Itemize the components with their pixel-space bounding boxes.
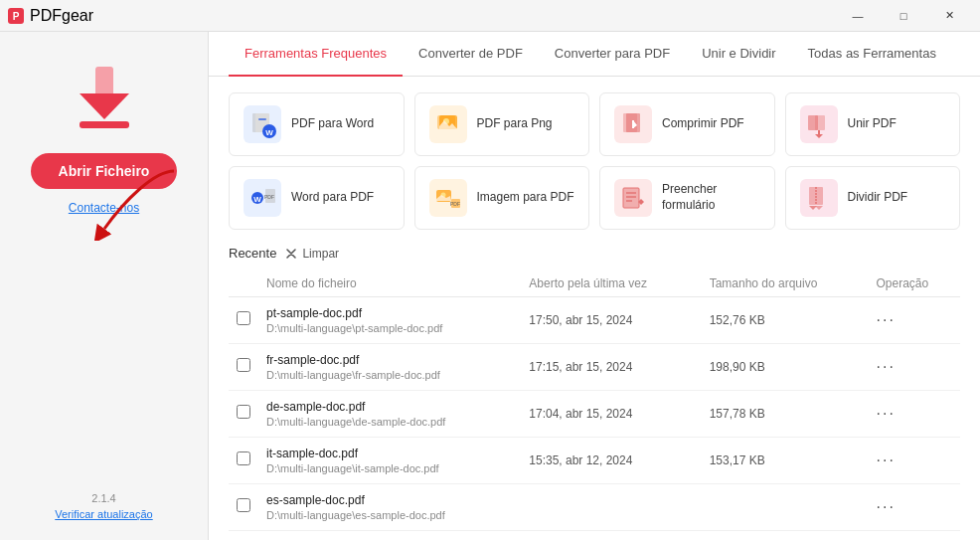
file-date: 17:50, abr 15, 2024 bbox=[521, 297, 701, 344]
clear-button[interactable]: Limpar bbox=[284, 247, 339, 261]
file-date bbox=[521, 484, 701, 531]
file-name: es-sample-doc.pdf bbox=[266, 493, 513, 507]
file-table: Nome do ficheiro Aberto pela última vez … bbox=[229, 270, 960, 531]
clear-icon bbox=[284, 247, 298, 261]
pdf-png-icon bbox=[429, 105, 467, 143]
compress-pdf-icon bbox=[614, 105, 652, 143]
file-checkbox[interactable] bbox=[237, 311, 250, 325]
file-actions-menu[interactable]: ··· bbox=[869, 297, 960, 344]
file-name: pt-sample-doc.pdf bbox=[266, 306, 513, 320]
file-path: D:\multi-language\fr-sample-doc.pdf bbox=[266, 369, 513, 381]
title-bar-left: P PDFgear bbox=[8, 7, 93, 25]
clear-label: Limpar bbox=[302, 247, 339, 261]
window-controls: — □ ✕ bbox=[835, 0, 972, 32]
title-bar: P PDFgear — □ ✕ bbox=[0, 0, 980, 32]
version-label: 2.1.4 bbox=[91, 492, 115, 504]
th-size: Tamanho do arquivo bbox=[702, 270, 869, 297]
tool-split-pdf[interactable]: Dividir PDF bbox=[785, 166, 961, 230]
file-name: it-sample-doc.pdf bbox=[266, 447, 513, 460]
file-date: 17:15, abr 15, 2024 bbox=[521, 344, 701, 391]
svg-rect-39 bbox=[623, 188, 639, 208]
file-size: 152,76 KB bbox=[702, 297, 869, 344]
unite-pdf-icon bbox=[800, 105, 838, 143]
split-pdf-label: Dividir PDF bbox=[848, 190, 908, 206]
image-pdf-label: Imagem para PDF bbox=[477, 190, 574, 206]
sidebar-bottom: 2.1.4 Verificar atualização bbox=[20, 492, 188, 520]
tabs-bar: Ferramentas Frequentes Converter de PDF … bbox=[209, 32, 980, 77]
file-checkbox[interactable] bbox=[237, 498, 250, 512]
contact-link[interactable]: Contacte-nos bbox=[69, 201, 139, 215]
file-path: D:\multi-language\it-sample-doc.pdf bbox=[266, 462, 513, 474]
recent-section: Recente Limpar Nome do ficheiro Aberto p… bbox=[209, 246, 980, 540]
tool-word-pdf[interactable]: W PDF Word para PDF bbox=[229, 166, 405, 230]
app-logo-icon: P bbox=[8, 8, 24, 24]
unite-pdf-label: Unir PDF bbox=[848, 116, 897, 132]
file-checkbox[interactable] bbox=[237, 358, 250, 372]
open-file-button[interactable]: Abrir Ficheiro bbox=[31, 153, 178, 189]
file-date: 15:35, abr 12, 2024 bbox=[521, 438, 701, 484]
table-row: it-sample-doc.pdf D:\multi-language\it-s… bbox=[229, 438, 960, 484]
image-pdf-icon: PDF bbox=[429, 179, 467, 217]
th-date: Aberto pela última vez bbox=[521, 270, 701, 297]
file-size: 157,78 KB bbox=[702, 391, 869, 438]
close-button[interactable]: ✕ bbox=[926, 0, 972, 32]
download-icon-wrap bbox=[70, 62, 139, 135]
tab-converter-para[interactable]: Converter para PDF bbox=[539, 32, 686, 77]
svg-text:P: P bbox=[13, 11, 20, 22]
download-icon bbox=[70, 62, 139, 131]
th-checkbox bbox=[229, 270, 258, 297]
tools-grid: W PDF para Word PDF para Png bbox=[209, 77, 980, 246]
update-link[interactable]: Verificar atualização bbox=[55, 508, 152, 520]
file-path: D:\multi-language\es-sample-doc.pdf bbox=[266, 509, 513, 521]
svg-text:W: W bbox=[265, 128, 273, 137]
minimize-button[interactable]: — bbox=[835, 0, 881, 32]
file-date: 17:04, abr 15, 2024 bbox=[521, 391, 701, 438]
file-path: D:\multi-language\pt-sample-doc.pdf bbox=[266, 322, 513, 334]
tool-fill-form[interactable]: Preencher formulário bbox=[599, 166, 775, 230]
main-content: Ferramentas Frequentes Converter de PDF … bbox=[209, 32, 980, 540]
svg-text:W: W bbox=[253, 195, 261, 204]
tab-frequentes[interactable]: Ferramentas Frequentes bbox=[229, 32, 403, 77]
file-actions-menu[interactable]: ··· bbox=[869, 344, 960, 391]
svg-marker-3 bbox=[80, 93, 129, 119]
file-actions-menu[interactable]: ··· bbox=[869, 438, 960, 484]
tab-converter-de[interactable]: Converter de PDF bbox=[403, 32, 539, 77]
word-pdf-icon: W PDF bbox=[244, 179, 281, 217]
tab-todas[interactable]: Todas as Ferramentas bbox=[792, 32, 952, 77]
file-path: D:\multi-language\de-sample-doc.pdf bbox=[266, 416, 513, 428]
svg-rect-9 bbox=[258, 118, 266, 120]
tab-unir-dividir[interactable]: Unir e Dividir bbox=[686, 32, 791, 77]
th-name: Nome do ficheiro bbox=[258, 270, 521, 297]
tool-unite-pdf[interactable]: Unir PDF bbox=[785, 92, 961, 156]
table-row: es-sample-doc.pdf D:\multi-language\es-s… bbox=[229, 484, 960, 531]
file-size bbox=[702, 484, 869, 531]
tool-pdf-png[interactable]: PDF para Png bbox=[414, 92, 590, 156]
recent-label: Recente bbox=[229, 246, 276, 261]
app-body: Abrir Ficheiro Contacte-nos 2.1.4 Verifi… bbox=[0, 32, 980, 540]
file-name: fr-sample-doc.pdf bbox=[266, 353, 513, 367]
compress-pdf-label: Comprimir PDF bbox=[662, 116, 744, 132]
svg-text:PDF: PDF bbox=[450, 201, 460, 207]
svg-rect-4 bbox=[80, 121, 129, 128]
svg-text:PDF: PDF bbox=[264, 194, 274, 200]
pdf-png-label: PDF para Png bbox=[477, 116, 553, 132]
th-action: Operação bbox=[869, 270, 960, 297]
file-actions-menu[interactable]: ··· bbox=[869, 391, 960, 438]
file-checkbox[interactable] bbox=[237, 451, 250, 465]
tool-image-pdf[interactable]: PDF Imagem para PDF bbox=[414, 166, 590, 230]
file-size: 198,90 KB bbox=[702, 344, 869, 391]
file-actions-menu[interactable]: ··· bbox=[869, 484, 960, 531]
file-size: 153,17 KB bbox=[702, 438, 869, 484]
table-row: de-sample-doc.pdf D:\multi-language\de-s… bbox=[229, 391, 960, 438]
file-name: de-sample-doc.pdf bbox=[266, 400, 513, 414]
fill-form-icon bbox=[614, 179, 652, 217]
split-pdf-icon bbox=[800, 179, 838, 217]
recent-header: Recente Limpar bbox=[229, 246, 960, 261]
maximize-button[interactable]: □ bbox=[881, 0, 926, 32]
file-checkbox[interactable] bbox=[237, 405, 250, 419]
sidebar: Abrir Ficheiro Contacte-nos 2.1.4 Verifi… bbox=[0, 32, 209, 540]
svg-rect-24 bbox=[815, 115, 825, 130]
tool-pdf-word[interactable]: W PDF para Word bbox=[229, 92, 405, 156]
tool-compress-pdf[interactable]: Comprimir PDF bbox=[599, 92, 775, 156]
svg-rect-2 bbox=[95, 67, 113, 96]
